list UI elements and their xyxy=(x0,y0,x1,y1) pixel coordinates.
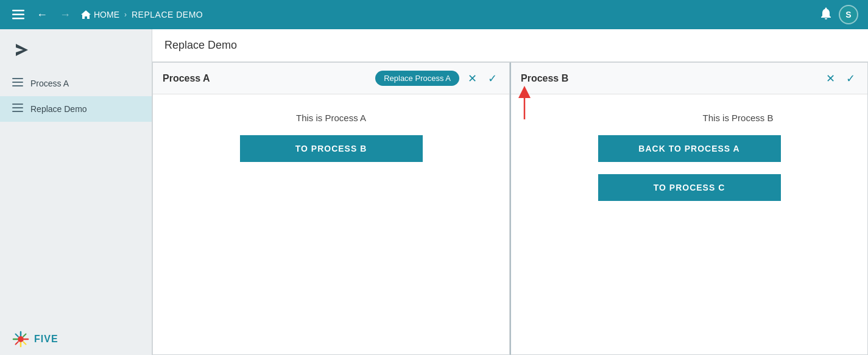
svg-rect-8 xyxy=(12,107,23,108)
notification-icon[interactable] xyxy=(820,7,831,23)
svg-line-17 xyxy=(23,334,26,337)
main-content: Replace Demo Process A Replace Process A… xyxy=(152,29,868,355)
panel-a-actions: Replace Process A ✕ ✓ xyxy=(375,71,499,86)
replace-process-a-button[interactable]: Replace Process A xyxy=(375,71,459,86)
five-logo-icon xyxy=(12,331,29,348)
sidebar-nav: Process A Replace Demo xyxy=(0,71,152,323)
panels-container: Process A Replace Process A ✕ ✓ xyxy=(152,62,868,355)
panel-b-close-button[interactable]: ✕ xyxy=(824,71,838,86)
sidebar-footer: FIVE xyxy=(0,323,152,355)
svg-rect-1 xyxy=(12,14,24,16)
home-label: HOME xyxy=(94,10,119,19)
back-icon[interactable]: ← xyxy=(34,6,50,24)
menu-icon[interactable] xyxy=(10,7,27,22)
panel-b: Process B ✕ ✓ This is Process B BACK TO … xyxy=(510,62,868,355)
svg-rect-6 xyxy=(12,85,23,86)
panel-b-actions: ✕ ✓ xyxy=(824,71,858,86)
to-process-b-button[interactable]: TO PROCESS B xyxy=(240,135,423,162)
panel-b-title: Process B xyxy=(521,73,819,84)
panel-a-header: Process A Replace Process A ✕ ✓ xyxy=(153,63,509,94)
panel-a-check-button[interactable]: ✓ xyxy=(485,71,499,86)
panel-a-body: This is Process A TO PROCESS B xyxy=(153,94,509,354)
svg-rect-4 xyxy=(12,78,23,79)
sidebar: Process A Replace Demo xyxy=(0,29,152,355)
svg-rect-9 xyxy=(12,111,23,112)
sidebar-item-replace-demo-label: Replace Demo xyxy=(30,104,87,114)
panel-a: Process A Replace Process A ✕ ✓ xyxy=(152,62,510,355)
svg-line-16 xyxy=(23,342,26,344)
panel-b-description: This is Process B xyxy=(703,113,774,123)
forward-icon[interactable]: → xyxy=(57,6,73,24)
current-page-label: REPLACE DEMO xyxy=(132,10,203,19)
panel-b-check-button[interactable]: ✓ xyxy=(844,71,858,86)
panel-a-description: This is Process A xyxy=(296,113,366,123)
home-link[interactable]: HOME xyxy=(80,10,119,19)
menu-lines-icon xyxy=(12,78,23,89)
svg-rect-5 xyxy=(12,82,23,83)
main-title: Replace Demo xyxy=(164,39,237,51)
navbar: ← → HOME › REPLACE DEMO S xyxy=(0,0,868,29)
app-body: Process A Replace Demo xyxy=(0,29,868,355)
five-logo-text: FIVE xyxy=(34,334,58,345)
panel-a-title: Process A xyxy=(163,73,370,84)
svg-line-15 xyxy=(16,334,18,337)
breadcrumb: HOME › REPLACE DEMO xyxy=(80,10,813,19)
sidebar-logo xyxy=(0,29,152,71)
panel-b-body: This is Process B BACK TO PROCESS A TO P… xyxy=(511,94,867,354)
svg-line-18 xyxy=(16,342,18,344)
panel-b-header: Process B ✕ ✓ xyxy=(511,63,867,94)
sidebar-item-replace-demo[interactable]: Replace Demo xyxy=(0,96,152,122)
svg-marker-3 xyxy=(16,44,28,56)
svg-rect-0 xyxy=(12,10,24,12)
sidebar-item-process-a[interactable]: Process A xyxy=(0,71,152,96)
menu-lines-icon-2 xyxy=(12,104,23,114)
sidebar-item-process-a-label: Process A xyxy=(30,79,69,88)
app-logo-icon xyxy=(12,39,34,61)
back-to-process-a-button[interactable]: BACK TO PROCESS A xyxy=(598,135,781,162)
svg-rect-7 xyxy=(12,104,23,105)
navbar-right: S xyxy=(820,5,858,24)
to-process-c-button[interactable]: TO PROCESS C xyxy=(598,174,781,201)
main-header: Replace Demo xyxy=(152,29,868,62)
svg-rect-2 xyxy=(12,18,24,19)
user-avatar[interactable]: S xyxy=(839,5,858,24)
panel-a-close-button[interactable]: ✕ xyxy=(465,71,479,86)
breadcrumb-separator: › xyxy=(124,10,127,19)
